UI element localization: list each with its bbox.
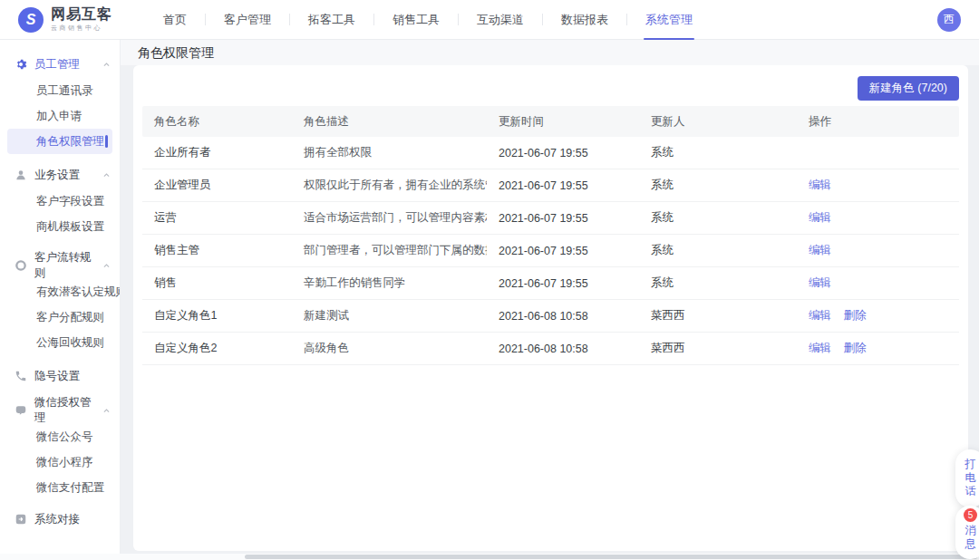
horizontal-scrollbar-thumb[interactable] [245,555,977,559]
table-row: 销售主管 部门管理者，可以管理部门下属的数据 2021-06-07 19:55 … [142,235,959,267]
nav-item-engagement-channels[interactable]: 互动渠道 [459,0,542,40]
sidebar-item-employee-mgmt[interactable]: 员工管理 [0,51,120,78]
chevron-up-icon[interactable] [102,407,111,415]
app-logo: S 网易互客 云商销售中心 [18,6,112,33]
table-row: 企业所有者 拥有全部权限 2021-06-07 19:55 系统 [142,137,959,169]
sidebar-item-valid-lead-rules[interactable]: 有效潜客认定规则 [0,279,120,304]
msg-char-2: 息 [965,537,976,551]
delete-link[interactable]: 删除 [843,342,866,354]
app-body: 员工管理 员工通讯录 加入申请 角色权限管理 业务设置 客户字段设置 商机模板设… [0,40,979,560]
integration-icon [15,513,27,526]
row-actions: 编辑 删除 [797,308,959,323]
updater: 菜西西 [639,341,797,356]
sidebar-group-label: 业务设置 [34,168,80,183]
sidebar-group-label: 客户流转规则 [34,250,95,281]
row-actions: 编辑 删除 [797,341,959,356]
logo-icon: S [18,7,44,33]
table-header-row: 角色名称 角色描述 更新时间 更新人 操作 [142,106,959,137]
messages-button[interactable]: 5 消 息 [955,506,979,559]
gear-icon [15,58,27,71]
nav-item-data-reports[interactable]: 数据报表 [543,0,626,40]
new-role-button[interactable]: 新建角色 (7/20) [858,76,959,101]
updater: 系统 [639,145,797,160]
update-time: 2021-06-07 19:55 [487,245,639,257]
updater: 系统 [639,178,797,193]
nav-item-lead-tools[interactable]: 拓客工具 [290,0,373,40]
nav-item-home[interactable]: 首页 [145,0,205,40]
brand-name: 网易互客 [51,6,112,22]
edit-link[interactable]: 编辑 [809,309,831,322]
role-name: 企业所有者 [142,145,292,160]
sidebar-item-customer-fields[interactable]: 客户字段设置 [0,188,120,214]
updater: 系统 [639,243,797,258]
make-call-button[interactable]: 打 电 话 [955,449,979,507]
sidebar-item-public-pool-recycle-rules[interactable]: 公海回收规则 [0,330,120,355]
col-updater: 更新人 [639,114,797,130]
chevron-up-icon[interactable] [102,262,111,270]
sidebar-item-opportunity-templates[interactable]: 商机模板设置 [0,214,120,239]
chevron-up-icon[interactable] [102,171,111,179]
edit-link[interactable]: 编辑 [809,244,831,256]
sidebar-item-role-permissions[interactable]: 角色权限管理 [7,129,112,154]
updater: 菜西西 [639,308,797,323]
sidebar-item-customer-flow-rules[interactable]: 客户流转规则 [0,252,120,279]
nav-item-customer-mgmt[interactable]: 客户管理 [206,0,289,40]
role-name: 运营 [142,210,292,226]
row-actions: 编辑 [797,178,959,193]
sidebar-group-label: 系统对接 [34,512,80,527]
edit-link[interactable]: 编辑 [809,211,831,224]
edit-link[interactable]: 编辑 [809,276,831,289]
sidebar-item-wechat-pay-config[interactable]: 微信支付配置 [0,475,120,500]
main-content: 角色权限管理 新建角色 (7/20) 角色名称 角色描述 更新时间 更新人 操作… [121,40,979,560]
table-row: 自定义角色2 高级角色 2021-06-08 10:58 菜西西 编辑 删除 [142,333,959,365]
table-row: 企业管理员 权限仅此于所有者，拥有企业的系统管理权限 2021-06-07 19… [142,169,959,202]
sidebar-item-join-requests[interactable]: 加入申请 [0,103,120,129]
nav-item-sales-tools[interactable]: 销售工具 [374,0,458,40]
sidebar-item-wechat-official-account[interactable]: 微信公众号 [0,424,120,449]
user-avatar[interactable]: 西 [937,8,961,32]
table-row: 销售 辛勤工作的销售同学 2021-06-07 19:55 系统 编辑 [142,267,959,300]
brand-subtitle: 云商销售中心 [51,24,112,33]
update-time: 2021-06-07 19:55 [487,277,639,290]
sidebar-item-wechat-mini-program[interactable]: 微信小程序 [0,449,120,475]
top-header: S 网易互客 云商销售中心 首页 客户管理 拓客工具 销售工具 互动渠道 数据报… [0,0,979,40]
sidebar: 员工管理 员工通讯录 加入申请 角色权限管理 业务设置 客户字段设置 商机模板设… [0,40,121,560]
nav-item-system-mgmt[interactable]: 系统管理 [627,0,711,40]
role-desc: 适合市场运营部门，可以管理内容素材和活动 [292,210,487,226]
sidebar-group-label: 微信授权管理 [34,395,95,426]
sidebar-item-number-privacy[interactable]: 隐号设置 [0,362,120,390]
sidebar-item-business-settings[interactable]: 业务设置 [0,161,120,188]
update-time: 2021-06-07 19:55 [487,179,639,192]
message-count-badge: 5 [964,508,977,522]
role-desc: 高级角色 [292,341,487,356]
msg-char-1: 消 [965,524,976,537]
phone-icon [15,370,27,382]
role-name: 企业管理员 [142,178,292,193]
sidebar-group-label: 员工管理 [34,57,80,72]
updater: 系统 [639,275,797,291]
top-nav: 首页 客户管理 拓客工具 销售工具 互动渠道 数据报表 系统管理 [145,0,711,40]
sidebar-item-employee-directory[interactable]: 员工通讯录 [0,78,120,103]
update-time: 2021-06-08 10:58 [487,310,639,323]
col-actions: 操作 [797,114,959,130]
col-update-time: 更新时间 [487,114,639,130]
edit-link[interactable]: 编辑 [809,342,831,354]
user-settings-icon [15,169,27,181]
sidebar-item-system-integration[interactable]: 系统对接 [0,506,120,533]
col-role-desc: 角色描述 [292,114,487,130]
sidebar-group-label: 隐号设置 [34,369,80,384]
updater: 系统 [639,210,797,226]
call-char-3: 话 [965,485,976,498]
edit-link[interactable]: 编辑 [809,179,831,191]
delete-link[interactable]: 删除 [843,309,866,322]
sidebar-item-wechat-auth-mgmt[interactable]: 微信授权管理 [0,397,120,424]
flow-icon [15,259,27,272]
row-actions: 编辑 [797,243,959,258]
sidebar-item-customer-assignment-rules[interactable]: 客户分配规则 [0,304,120,330]
wechat-icon [15,404,27,417]
table-row: 运营 适合市场运营部门，可以管理内容素材和活动 2021-06-07 19:55… [142,202,959,235]
chevron-up-icon[interactable] [102,61,111,69]
col-role-name: 角色名称 [142,114,292,130]
update-time: 2021-06-07 19:55 [487,212,639,225]
role-desc: 权限仅此于所有者，拥有企业的系统管理权限 [292,178,487,193]
